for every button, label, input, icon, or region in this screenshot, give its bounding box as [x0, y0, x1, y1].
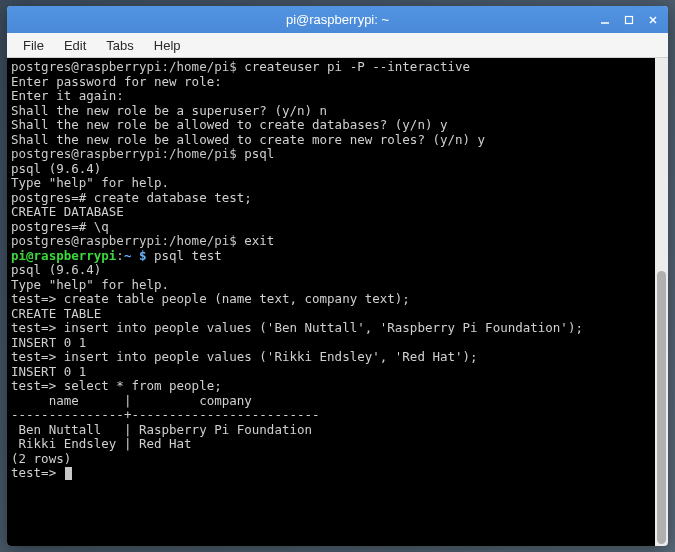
cursor-icon: [65, 467, 72, 480]
terminal-line: test=> insert into people values ('Ben N…: [11, 321, 651, 336]
terminal-line: postgres=# create database test;: [11, 191, 651, 206]
terminal-line: name | company: [11, 394, 651, 409]
terminal-line: INSERT 0 1: [11, 365, 651, 380]
terminal-line: Rikki Endsley | Red Hat: [11, 437, 651, 452]
close-button[interactable]: [642, 10, 664, 30]
terminal-line: postgres@raspberrypi:/home/pi$ createuse…: [11, 60, 651, 75]
minimize-icon: [600, 15, 610, 25]
terminal-line: Enter password for new role:: [11, 75, 651, 90]
terminal-line: Shall the new role be a superuser? (y/n)…: [11, 104, 651, 119]
svg-rect-1: [626, 16, 633, 23]
terminal-area: postgres@raspberrypi:/home/pi$ createuse…: [7, 58, 668, 546]
maximize-button[interactable]: [618, 10, 640, 30]
terminal-line: test=>: [11, 466, 651, 481]
terminal-line: test=> insert into people values ('Rikki…: [11, 350, 651, 365]
terminal-line: Shall the new role be allowed to create …: [11, 118, 651, 133]
terminal-line: postgres@raspberrypi:/home/pi$ psql: [11, 147, 651, 162]
terminal-line: test=> create table people (name text, c…: [11, 292, 651, 307]
terminal-line: CREATE DATABASE: [11, 205, 651, 220]
terminal-line: pi@raspberrypi:~ $ psql test: [11, 249, 651, 264]
menu-help[interactable]: Help: [144, 35, 191, 56]
terminal-line: INSERT 0 1: [11, 336, 651, 351]
terminal-line: postgres=# \q: [11, 220, 651, 235]
minimize-button[interactable]: [594, 10, 616, 30]
terminal-line: Ben Nuttall | Raspberry Pi Foundation: [11, 423, 651, 438]
terminal-line: Shall the new role be allowed to create …: [11, 133, 651, 148]
titlebar[interactable]: pi@raspberrypi: ~: [7, 6, 668, 33]
menubar: File Edit Tabs Help: [7, 33, 668, 58]
scrollbar-thumb[interactable]: [657, 271, 666, 544]
terminal-output[interactable]: postgres@raspberrypi:/home/pi$ createuse…: [7, 58, 655, 546]
terminal-line: postgres@raspberrypi:/home/pi$ exit: [11, 234, 651, 249]
prompt-user: pi@raspberrypi: [11, 248, 116, 263]
menu-file[interactable]: File: [13, 35, 54, 56]
prompt-path: ~ $: [124, 248, 147, 263]
window-controls: [594, 10, 664, 30]
menu-tabs[interactable]: Tabs: [96, 35, 143, 56]
scrollbar[interactable]: [655, 58, 668, 546]
terminal-line: (2 rows): [11, 452, 651, 467]
terminal-line: Type "help" for help.: [11, 278, 651, 293]
terminal-line: test=> select * from people;: [11, 379, 651, 394]
maximize-icon: [624, 15, 634, 25]
terminal-line: psql (9.6.4): [11, 263, 651, 278]
window-title: pi@raspberrypi: ~: [7, 12, 668, 27]
terminal-window: pi@raspberrypi: ~ File Edit Tabs Help po…: [7, 6, 668, 546]
terminal-line: CREATE TABLE: [11, 307, 651, 322]
terminal-line: ---------------+------------------------…: [11, 408, 651, 423]
menu-edit[interactable]: Edit: [54, 35, 96, 56]
close-icon: [648, 15, 658, 25]
terminal-line: psql (9.6.4): [11, 162, 651, 177]
terminal-line: Enter it again:: [11, 89, 651, 104]
terminal-line: Type "help" for help.: [11, 176, 651, 191]
